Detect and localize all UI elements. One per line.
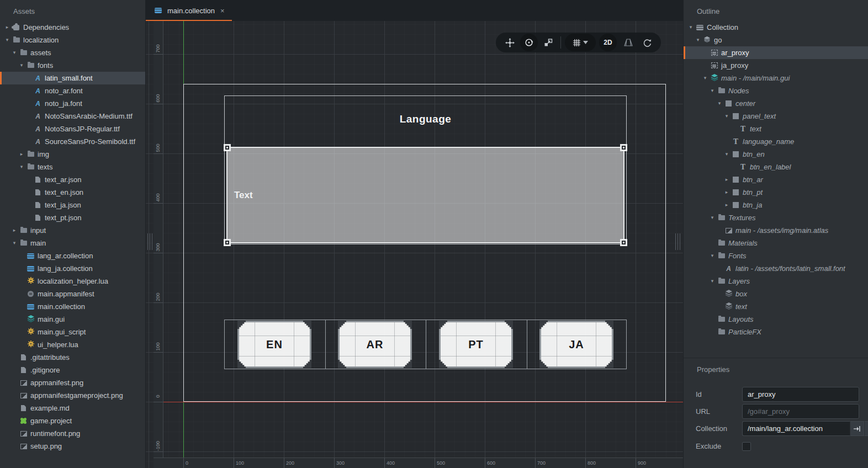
outline-row-box[interactable]: box [684,288,868,300]
outline-row-btn-ar[interactable]: ▸btn_ar [684,173,868,186]
asset-row-input[interactable]: ▸input [0,224,145,237]
caret-down-icon[interactable]: ▾ [723,110,731,123]
outline-row-ja-proxy[interactable]: ja_proxy [684,59,868,72]
outline-row-panel-text[interactable]: ▾panel_text [684,110,868,123]
asset-row-localization[interactable]: ▾localization [0,34,145,46]
caret-down-icon[interactable]: ▾ [10,237,18,249]
language-title-text[interactable]: Language [224,113,627,125]
asset-row-dependencies[interactable]: ▸Dependencies [0,21,145,34]
asset-row-noto-ar-font[interactable]: Anoto_ar.font [0,84,145,97]
outline-row-text[interactable]: text [684,300,868,313]
outline-row-nodes[interactable]: ▾Nodes [684,84,868,97]
outline-row-main-main-main-gui[interactable]: ▾main - /main/main.gui [684,72,868,84]
caret-down-icon[interactable]: ▾ [694,34,702,46]
asset-row-main-appmanifest[interactable]: main.appmanifest [0,288,145,300]
outline-row-text[interactable]: Ttext [684,123,868,135]
outline-row-go[interactable]: ▾go [684,34,868,46]
asset-row-example-md[interactable]: example.md [0,402,145,414]
caret-down-icon[interactable]: ▾ [708,249,716,262]
caret-right-icon[interactable]: ▸ [723,186,731,199]
asset-row-text-ar-json[interactable]: text_ar.json [0,173,145,186]
move-tool-button[interactable] [501,34,518,51]
asset-row-main-gui-script[interactable]: main.gui_script [0,326,145,338]
asset-row-localization-helper-lua[interactable]: localization_helper.lua [0,275,145,288]
caret-right-icon[interactable]: ▸ [18,148,25,161]
outline-row-particlefx[interactable]: ParticleFX [684,326,868,338]
scene-button-pt[interactable]: PT [439,321,513,368]
caret-right-icon[interactable]: ▸ [3,21,11,34]
tab-close-icon[interactable]: × [220,7,225,15]
asset-row-appmanifestgameproject-png[interactable]: appmanifestgameproject.png [0,389,145,402]
asset-row-fonts[interactable]: ▾fonts [0,59,145,72]
caret-right-icon[interactable]: ▸ [10,224,18,237]
asset-row-gitignore[interactable]: .gitignore [0,364,145,376]
caret-down-icon[interactable]: ▾ [18,161,25,173]
caret-down-icon[interactable]: ▾ [708,211,716,224]
asset-row-latin-small-font[interactable]: Alatin_small.font [0,72,145,84]
asset-row-lang-ar-collection[interactable]: lang_ar.collection [0,249,145,262]
outline-row-center[interactable]: ▾center [684,97,868,110]
outline-row-btn-en[interactable]: ▾btn_en [684,148,868,161]
asset-row-text-pt-json[interactable]: text_pt.json [0,211,145,224]
panel-text-node[interactable]: Text [226,147,624,243]
asset-row-appmanifest-png[interactable]: appmanifest.png [0,376,145,389]
outline-row-language-name[interactable]: Tlanguage_name [684,135,868,148]
asset-row-sourcesanspro-semibold-ttf[interactable]: ASourceSansPro-Semibold.ttf [0,135,145,148]
outline-row-btn-en-label[interactable]: Tbtn_en_label [684,161,868,173]
caret-down-icon[interactable]: ▾ [708,275,716,288]
tab-main-collection[interactable]: main.collection × [146,0,232,21]
caret-down-icon[interactable]: ▾ [18,59,25,72]
outline-row-materials[interactable]: Materials [684,237,868,249]
rotate-tool-button[interactable] [520,34,538,51]
asset-row-notosansjp-regular-ttf[interactable]: ANotoSansJP-Regular.ttf [0,123,145,135]
asset-row-assets[interactable]: ▾assets [0,46,145,59]
outline-row-layers[interactable]: ▾Layers [684,275,868,288]
open-resource-button[interactable] [850,421,864,436]
caret-down-icon[interactable]: ▾ [701,72,709,84]
caret-down-icon[interactable]: ▾ [687,21,695,34]
caret-down-icon[interactable]: ▾ [716,97,723,110]
asset-row-noto-ja-font[interactable]: Anoto_ja.font [0,97,145,110]
refresh-view-button[interactable] [639,34,655,51]
scene-button-ar[interactable]: AR [338,321,412,368]
outline-row-ar-proxy[interactable]: ar_proxy [684,46,868,59]
outline-row-main-assets-img-main-atlas[interactable]: main - /assets/img/main.atlas [684,224,868,237]
asset-row-texts[interactable]: ▾texts [0,161,145,173]
asset-row-main-gui[interactable]: main.gui [0,313,145,326]
caret-down-icon[interactable]: ▾ [723,148,731,161]
exclude-checkbox[interactable] [742,442,751,451]
right-splitter-grip[interactable] [675,233,681,250]
caret-right-icon[interactable]: ▸ [723,173,731,186]
collection-input[interactable] [742,421,850,436]
grid-settings-button[interactable] [565,34,596,51]
frustum-culling-button[interactable] [620,34,637,51]
scene-button-en[interactable]: EN [237,321,311,368]
2d-mode-button[interactable]: 2D [599,34,617,51]
scale-tool-button[interactable] [540,34,557,51]
scene-button-ja[interactable]: JA [539,321,613,368]
asset-row-text-en-json[interactable]: text_en.json [0,186,145,199]
asset-row-main[interactable]: ▾main [0,237,145,249]
id-input[interactable] [742,387,859,402]
asset-row-game-project[interactable]: game.project [0,414,145,427]
asset-row-runtimefont-png[interactable]: runtimefont.png [0,427,145,440]
asset-row-text-ja-json[interactable]: text_ja.json [0,199,145,211]
scene-viewport[interactable]: Language Text ENARPTJA 70060050040030020… [146,21,683,468]
outline-row-latin-assets-fonts-latin-small-font[interactable]: Alatin - /assets/fonts/latin_small.font [684,262,868,275]
asset-row-gitattributes[interactable]: .gitattributes [0,351,145,364]
left-splitter-grip[interactable] [147,233,154,250]
outline-row-btn-ja[interactable]: ▸btn_ja [684,199,868,211]
asset-row-img[interactable]: ▸img [0,148,145,161]
caret-down-icon[interactable]: ▾ [708,84,716,97]
asset-row-ui-helper-lua[interactable]: ui_helper.lua [0,338,145,351]
asset-row-notosansarabic-medium-ttf[interactable]: ANotoSansArabic-Medium.ttf [0,110,145,123]
caret-down-icon[interactable]: ▾ [3,34,11,46]
outline-row-layouts[interactable]: Layouts [684,313,868,326]
browse-collection-button[interactable]: ... [864,421,868,436]
caret-right-icon[interactable]: ▸ [723,199,731,211]
caret-down-icon[interactable]: ▾ [10,46,18,59]
outline-row-btn-pt[interactable]: ▸btn_pt [684,186,868,199]
outline-row-collection[interactable]: ▾Collection [684,21,868,34]
asset-row-setup-png[interactable]: setup.png [0,440,145,453]
asset-row-main-collection[interactable]: main.collection [0,300,145,313]
